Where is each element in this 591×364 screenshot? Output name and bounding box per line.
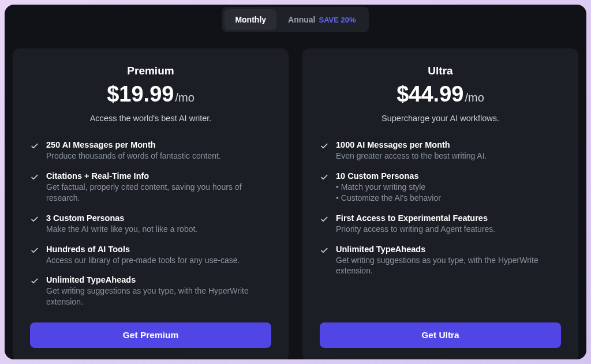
feature-title: First Access to Experimental Features <box>336 213 561 223</box>
plan-period-ultra: /mo <box>465 91 484 104</box>
feature-title: 250 AI Messages per Month <box>46 140 271 149</box>
plan-price-premium: $19.99 <box>107 82 174 107</box>
feature-text: Hundreds of AI Tools Access our library … <box>46 245 271 266</box>
billing-toggle: Monthly Annual SAVE 20% <box>222 7 368 32</box>
feature-text: 1000 AI Messages per Month Even greater … <box>336 140 561 162</box>
feature-text: 250 AI Messages per Month Produce thousa… <box>46 140 271 162</box>
toggle-monthly[interactable]: Monthly <box>225 9 276 30</box>
features-list-ultra: 1000 AI Messages per Month Even greater … <box>320 140 561 307</box>
billing-toggle-wrap: Monthly Annual SAVE 20% <box>13 5 578 48</box>
pricing-container: Monthly Annual SAVE 20% Premium $19.99 /… <box>5 5 586 359</box>
feature-title: Hundreds of AI Tools <box>46 245 271 254</box>
plan-tagline-ultra: Supercharge your AI workflows. <box>320 114 561 123</box>
plan-header-premium: Premium $19.99 /mo Access the world's be… <box>30 65 271 123</box>
plan-card-premium: Premium $19.99 /mo Access the world's be… <box>13 48 289 359</box>
feature-desc: Even greater access to the best writing … <box>336 151 561 162</box>
check-icon <box>320 141 329 151</box>
plan-card-ultra: Ultra $44.99 /mo Supercharge your AI wor… <box>302 48 578 359</box>
feature-title: Citations + Real-Time Info <box>46 171 271 181</box>
features-list-premium: 250 AI Messages per Month Produce thousa… <box>30 140 271 307</box>
plan-name-ultra: Ultra <box>320 65 561 77</box>
feature-item: First Access to Experimental Features Pr… <box>320 213 561 235</box>
price-row-premium: $19.99 /mo <box>30 82 271 107</box>
feature-item: Hundreds of AI Tools Access our library … <box>30 245 271 266</box>
get-ultra-button[interactable]: Get Ultra <box>320 322 561 348</box>
feature-title: Unlimited TypeAheads <box>46 275 271 284</box>
check-icon <box>30 246 39 255</box>
feature-item: 250 AI Messages per Month Produce thousa… <box>30 140 271 162</box>
feature-text: 3 Custom Personas Make the AI write like… <box>46 213 271 235</box>
feature-item: Unlimited TypeAheads Get writing suggest… <box>320 245 561 277</box>
check-icon <box>320 172 329 182</box>
feature-item: 3 Custom Personas Make the AI write like… <box>30 213 271 235</box>
feature-text: 10 Custom Personas • Match your writing … <box>336 171 561 204</box>
save-badge: SAVE 20% <box>319 16 356 24</box>
check-icon <box>320 246 329 255</box>
feature-text: Citations + Real-Time Info Get factual, … <box>46 171 271 204</box>
feature-item: 1000 AI Messages per Month Even greater … <box>320 140 561 162</box>
check-icon <box>320 215 329 224</box>
check-icon <box>30 276 39 286</box>
toggle-annual-label: Annual <box>288 15 315 24</box>
feature-item: Citations + Real-Time Info Get factual, … <box>30 171 271 204</box>
feature-desc: Priority access to writing and Agent fea… <box>336 224 561 235</box>
price-row-ultra: $44.99 /mo <box>320 82 561 107</box>
toggle-monthly-label: Monthly <box>235 15 266 24</box>
feature-title: 1000 AI Messages per Month <box>336 140 561 149</box>
feature-item: Unlimited TypeAheads Get writing suggest… <box>30 275 271 307</box>
plan-header-ultra: Ultra $44.99 /mo Supercharge your AI wor… <box>320 65 561 123</box>
feature-desc: Get writing suggestions as you type, wit… <box>336 255 561 277</box>
toggle-annual[interactable]: Annual SAVE 20% <box>278 9 366 30</box>
feature-bullet: • Match your writing style <box>336 182 561 193</box>
feature-title: 3 Custom Personas <box>46 213 271 223</box>
check-icon <box>30 172 39 182</box>
feature-desc: Get factual, properly cited content, sav… <box>46 182 271 204</box>
feature-title: Unlimited TypeAheads <box>336 245 561 254</box>
feature-text: Unlimited TypeAheads Get writing suggest… <box>46 275 271 307</box>
feature-desc: Access our library of pre-made tools for… <box>46 255 271 266</box>
pricing-cards: Premium $19.99 /mo Access the world's be… <box>13 48 578 359</box>
plan-name-premium: Premium <box>30 65 271 77</box>
get-premium-button[interactable]: Get Premium <box>30 322 271 348</box>
feature-text: First Access to Experimental Features Pr… <box>336 213 561 235</box>
feature-desc: Make the AI write like you, not like a r… <box>46 224 271 235</box>
plan-price-ultra: $44.99 <box>397 82 463 107</box>
check-icon <box>30 215 39 224</box>
feature-desc: Produce thousands of words of fantastic … <box>46 151 271 162</box>
feature-bullet: • Customize the AI's behavior <box>336 193 561 204</box>
plan-period-premium: /mo <box>175 91 194 104</box>
feature-title: 10 Custom Personas <box>336 171 561 181</box>
feature-text: Unlimited TypeAheads Get writing suggest… <box>336 245 561 277</box>
plan-tagline-premium: Access the world's best AI writer. <box>30 114 271 123</box>
feature-desc: Get writing suggestions as you type, wit… <box>46 286 271 307</box>
feature-item: 10 Custom Personas • Match your writing … <box>320 171 561 204</box>
check-icon <box>30 141 39 151</box>
